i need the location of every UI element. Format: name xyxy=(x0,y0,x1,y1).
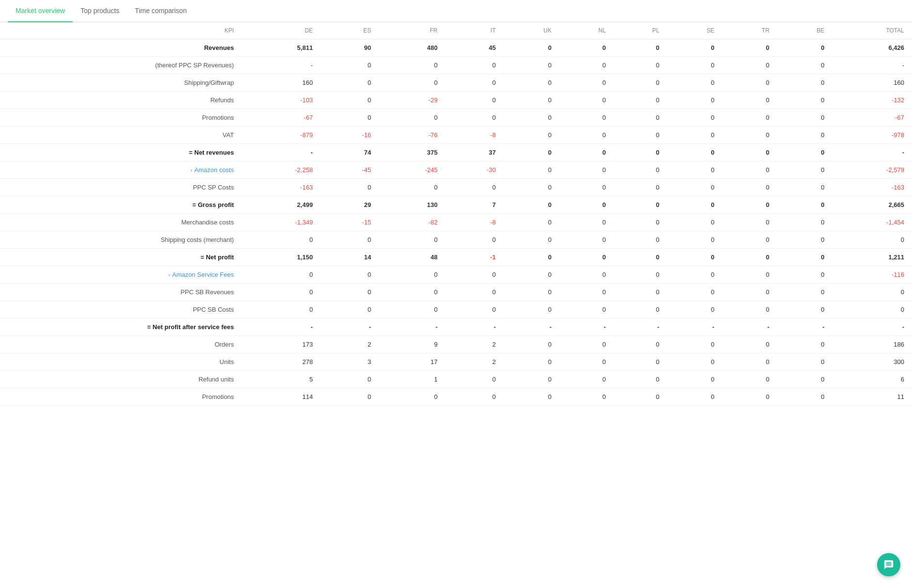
cell-fr: 0 xyxy=(379,266,445,284)
cell-fr: 0 xyxy=(379,179,445,196)
cell-fr: -29 xyxy=(379,92,445,109)
cell-uk: 0 xyxy=(504,109,559,127)
cell-se: 0 xyxy=(667,388,722,406)
cell-tr: 0 xyxy=(722,231,777,249)
cell-uk: 0 xyxy=(504,144,559,161)
cell-de: 5 xyxy=(242,371,321,388)
kpi-label[interactable]: Amazon costs xyxy=(195,166,234,174)
table-row: = Net revenues-7437537000000- xyxy=(0,144,912,161)
cell-total: 6,426 xyxy=(832,39,912,57)
cell-es: 0 xyxy=(321,231,379,249)
tab-market-overview[interactable]: Market overview xyxy=(8,0,73,22)
kpi-cell: Merchandise costs xyxy=(0,214,242,231)
kpi-cell[interactable]: ›Amazon costs xyxy=(0,161,242,179)
cell-pl: 0 xyxy=(614,127,667,144)
cell-it: 0 xyxy=(445,266,504,284)
cell-be: 0 xyxy=(777,284,832,301)
cell-uk: - xyxy=(504,318,559,336)
cell-uk: 0 xyxy=(504,231,559,249)
cell-es: 0 xyxy=(321,74,379,92)
cell-nl: 0 xyxy=(559,353,614,371)
cell-es: - xyxy=(321,318,379,336)
kpi-cell: Revenues xyxy=(0,39,242,57)
cell-be: 0 xyxy=(777,336,832,353)
cell-fr: 0 xyxy=(379,301,445,318)
table-row: Shipping costs (merchant)00000000000 xyxy=(0,231,912,249)
cell-uk: 0 xyxy=(504,179,559,196)
table-row: ›Amazon Service Fees0000000000-116 xyxy=(0,266,912,284)
table-row: = Net profit1,1501448-10000001,211 xyxy=(0,249,912,266)
cell-it: 7 xyxy=(445,196,504,214)
cell-be: 0 xyxy=(777,74,832,92)
cell-uk: 0 xyxy=(504,57,559,74)
cell-nl: 0 xyxy=(559,109,614,127)
cell-nl: 0 xyxy=(559,57,614,74)
cell-tr: 0 xyxy=(722,179,777,196)
cell-se: 0 xyxy=(667,336,722,353)
cell-pl: 0 xyxy=(614,179,667,196)
cell-tr: 0 xyxy=(722,161,777,179)
cell-fr: 130 xyxy=(379,196,445,214)
cell-tr: 0 xyxy=(722,371,777,388)
kpi-cell[interactable]: ›Amazon Service Fees xyxy=(0,266,242,284)
cell-se: 0 xyxy=(667,266,722,284)
col-header-fr: FR xyxy=(379,22,445,39)
cell-se: 0 xyxy=(667,109,722,127)
cell-de: -67 xyxy=(242,109,321,127)
tab-time-comparison[interactable]: Time comparison xyxy=(127,0,195,22)
cell-es: 14 xyxy=(321,249,379,266)
cell-nl: 0 xyxy=(559,161,614,179)
kpi-label[interactable]: Amazon Service Fees xyxy=(172,271,234,278)
cell-total: 1,211 xyxy=(832,249,912,266)
cell-se: 0 xyxy=(667,74,722,92)
cell-it: 0 xyxy=(445,92,504,109)
cell-it: -1 xyxy=(445,249,504,266)
cell-fr: 0 xyxy=(379,57,445,74)
cell-fr: 375 xyxy=(379,144,445,161)
cell-tr: 0 xyxy=(722,353,777,371)
cell-se: 0 xyxy=(667,371,722,388)
tabs-container: Market overviewTop productsTime comparis… xyxy=(0,0,912,22)
table-row: Shipping/Giftwrap160000000000160 xyxy=(0,74,912,92)
cell-tr: 0 xyxy=(722,266,777,284)
cell-total: 186 xyxy=(832,336,912,353)
cell-fr: 0 xyxy=(379,109,445,127)
col-header-it: IT xyxy=(445,22,504,39)
cell-fr: 480 xyxy=(379,39,445,57)
tab-top-products[interactable]: Top products xyxy=(73,0,127,22)
kpi-cell: PPC SB Costs xyxy=(0,301,242,318)
cell-be: 0 xyxy=(777,39,832,57)
cell-total: 300 xyxy=(832,353,912,371)
cell-fr: 0 xyxy=(379,284,445,301)
cell-se: - xyxy=(667,318,722,336)
kpi-cell: Units xyxy=(0,353,242,371)
cell-it: -30 xyxy=(445,161,504,179)
cell-es: 3 xyxy=(321,353,379,371)
table-row: PPC SB Costs00000000000 xyxy=(0,301,912,318)
kpi-cell: Refunds xyxy=(0,92,242,109)
cell-tr: 0 xyxy=(722,127,777,144)
cell-uk: 0 xyxy=(504,214,559,231)
cell-it: 0 xyxy=(445,231,504,249)
chevron-icon: › xyxy=(191,167,193,173)
cell-fr: -82 xyxy=(379,214,445,231)
cell-uk: 0 xyxy=(504,371,559,388)
cell-de: -2,258 xyxy=(242,161,321,179)
cell-total: 160 xyxy=(832,74,912,92)
cell-pl: 0 xyxy=(614,371,667,388)
cell-pl: 0 xyxy=(614,144,667,161)
cell-it: 0 xyxy=(445,388,504,406)
cell-de: -879 xyxy=(242,127,321,144)
cell-it: 0 xyxy=(445,371,504,388)
cell-total: -1,454 xyxy=(832,214,912,231)
cell-de: 2,499 xyxy=(242,196,321,214)
cell-pl: 0 xyxy=(614,284,667,301)
market-overview-table: KPIDEESFRITUKNLPLSETRBETOTAL Revenues5,8… xyxy=(0,22,912,406)
cell-de: - xyxy=(242,144,321,161)
cell-total: -132 xyxy=(832,92,912,109)
cell-tr: - xyxy=(722,318,777,336)
cell-se: 0 xyxy=(667,39,722,57)
cell-se: 0 xyxy=(667,196,722,214)
cell-es: 0 xyxy=(321,57,379,74)
cell-se: 0 xyxy=(667,127,722,144)
